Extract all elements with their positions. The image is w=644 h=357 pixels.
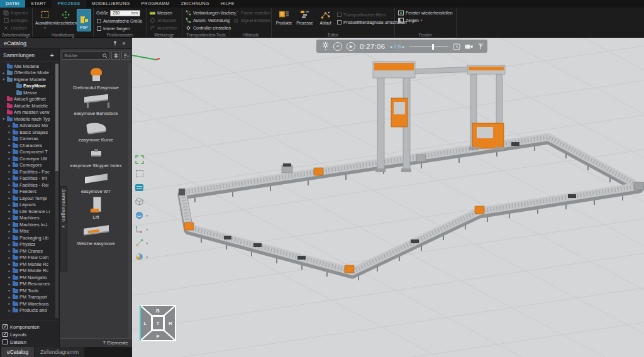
expand-arrow-icon[interactable] <box>2 77 6 81</box>
tree-item[interactable]: Layout Templ <box>2 195 55 202</box>
area-select-button[interactable] <box>134 168 145 178</box>
speed-up-icon[interactable]: ▸ <box>402 43 405 50</box>
tree-item[interactable]: Öffentliche Mode <box>2 70 55 77</box>
expand-arrow-icon[interactable] <box>8 229 11 233</box>
expand-arrow-icon[interactable] <box>8 249 11 253</box>
items-scrollbar[interactable] <box>128 63 131 339</box>
tree-item[interactable]: Cameras <box>2 136 55 143</box>
speed-slider[interactable] <box>409 42 448 51</box>
tree-item[interactable]: PM Flow Com <box>2 255 55 261</box>
tree-item[interactable]: PM Tools <box>2 287 55 294</box>
expand-arrow-icon[interactable] <box>8 288 11 292</box>
tree-item[interactable]: Aktuelle Modelle <box>2 102 55 109</box>
tree-item[interactable]: Physics <box>2 241 55 248</box>
connectivity-button[interactable] <box>477 43 484 50</box>
catalog-item[interactable]: easymove Stopper Index <box>65 145 128 168</box>
expand-arrow-icon[interactable] <box>8 236 11 239</box>
tree-item[interactable]: Eigene Modelle <box>2 76 55 83</box>
catalog-item[interactable]: easymove WT <box>65 170 128 194</box>
expand-arrow-icon[interactable] <box>8 177 11 180</box>
tree-item[interactable]: PM Cranes <box>2 248 55 255</box>
3d-viewport[interactable]: ▾ « ▶ 0:27:06 ◂7.6▸ ▾ ▾ ▾ ▾ <box>132 38 644 357</box>
menu-tab[interactable]: DATEI <box>0 0 25 8</box>
tree-item[interactable]: Layouts <box>2 202 55 209</box>
tree-item[interactable]: Component T <box>2 149 55 156</box>
tree-item[interactable]: Machines <box>2 215 55 222</box>
sort-button[interactable] <box>121 52 130 60</box>
delete-connections-button[interactable]: Verbindungen löschen <box>185 9 228 16</box>
tree-item[interactable]: PM Warehous <box>2 300 55 307</box>
expand-arrow-icon[interactable] <box>8 256 11 260</box>
panel-tab[interactable]: eCatalog <box>1 347 34 357</box>
expand-arrow-icon[interactable] <box>8 143 11 147</box>
tree-item[interactable]: Basic Shapes <box>2 129 55 136</box>
grid-size-input[interactable]: 250mm <box>110 10 140 16</box>
record-video-button[interactable] <box>465 43 473 50</box>
tree-item[interactable]: PM Resources <box>2 281 55 288</box>
show-menu-button[interactable]: Zeigen▾ <box>397 16 454 24</box>
pnp-button[interactable]: PnP <box>77 9 91 31</box>
expand-arrow-icon[interactable] <box>8 282 11 286</box>
auto-connection-button[interactable]: Autom. Verbindung <box>185 16 228 24</box>
collections-collapse-handle[interactable]: Sammlungen « <box>60 186 67 272</box>
render-mode-button[interactable]: ▾ <box>134 251 145 261</box>
filter-row[interactable]: Layouts <box>3 331 57 338</box>
products-button[interactable]: TProdukte <box>274 9 294 26</box>
expand-arrow-icon[interactable] <box>8 275 11 279</box>
search-input[interactable]: Suche <box>62 52 110 60</box>
tree-item[interactable]: Messe <box>2 89 55 96</box>
tree-item[interactable]: Modelle nach Typ <box>2 116 55 123</box>
filter-row[interactable]: Dateien <box>3 338 57 346</box>
tree-item[interactable]: Facilities - Fac <box>2 168 55 175</box>
tree-item[interactable]: Am meisten verw <box>2 109 55 116</box>
camera-orbit-button[interactable]: ▾ <box>134 210 145 220</box>
expand-arrow-icon[interactable] <box>8 183 11 187</box>
expand-arrow-icon[interactable] <box>8 130 11 134</box>
catalog-item[interactable]: easymove Bahnstück <box>65 92 128 116</box>
catalog-item[interactable]: Drehmodul Easymove <box>65 67 128 91</box>
flow-button[interactable]: Ablauf <box>316 9 335 26</box>
expand-arrow-icon[interactable] <box>8 243 11 246</box>
tree-item[interactable]: Conveyors <box>2 162 55 169</box>
menu-tab[interactable]: ZEICHNUNG <box>175 0 215 8</box>
select-button[interactable]: Auswählen▾ <box>35 9 55 31</box>
expand-arrow-icon[interactable] <box>8 170 11 173</box>
panel-tab[interactable]: Zellendiagramm <box>35 347 84 357</box>
controller-settings-button[interactable]: Controller einstellen <box>185 24 228 31</box>
expand-arrow-icon[interactable] <box>8 262 11 266</box>
expand-arrow-icon[interactable] <box>8 309 11 312</box>
checkbox-icon[interactable] <box>3 332 8 337</box>
auto-size-checkbox[interactable]: Automatische Größe <box>96 17 144 25</box>
tree-item[interactable]: Products and <box>2 307 55 314</box>
add-collection-button[interactable]: + <box>48 52 56 58</box>
speed-control[interactable]: ◂7.6▸ <box>389 43 404 50</box>
tree-item[interactable]: PM Mobile Rc <box>2 261 55 268</box>
scene-3d[interactable] <box>132 38 644 357</box>
expand-arrow-icon[interactable] <box>8 302 11 305</box>
tree-item[interactable]: EasyMove <box>2 83 55 90</box>
tree-item[interactable]: Alle Modelle <box>2 63 55 70</box>
expand-arrow-icon[interactable] <box>8 216 11 220</box>
tree-item[interactable]: PM Mobile Rc <box>2 268 55 275</box>
expand-arrow-icon[interactable] <box>8 196 11 200</box>
menu-tab[interactable]: MODELLIERUNG <box>86 0 136 8</box>
tree-scrollbar[interactable] <box>55 63 58 318</box>
speed-down-icon[interactable]: ◂ <box>389 43 392 50</box>
tree-item[interactable]: Facilities - Int <box>2 175 55 182</box>
tree-item[interactable]: Feeders <box>2 189 55 195</box>
expand-arrow-icon[interactable] <box>8 124 11 128</box>
tree-item[interactable]: Aktuell geöffnet <box>2 96 55 103</box>
checkbox-icon[interactable] <box>3 339 8 344</box>
expand-arrow-icon[interactable] <box>8 222 11 226</box>
expand-arrow-icon[interactable] <box>8 150 11 154</box>
play-button[interactable]: ▶ <box>347 42 355 51</box>
navigation-cube[interactable]: B L T R F <box>135 302 180 351</box>
tree-item[interactable]: Characters <box>2 142 55 149</box>
move-button[interactable]: Verschieben <box>56 9 75 31</box>
expand-arrow-icon[interactable] <box>8 209 11 213</box>
measure-button[interactable]: Messen <box>149 9 180 16</box>
expand-arrow-icon[interactable] <box>8 163 11 167</box>
measure-axis-button[interactable]: ▾ <box>134 238 145 248</box>
tree-item[interactable]: Misc <box>2 228 55 235</box>
menu-tab[interactable]: HILFE <box>215 0 240 8</box>
